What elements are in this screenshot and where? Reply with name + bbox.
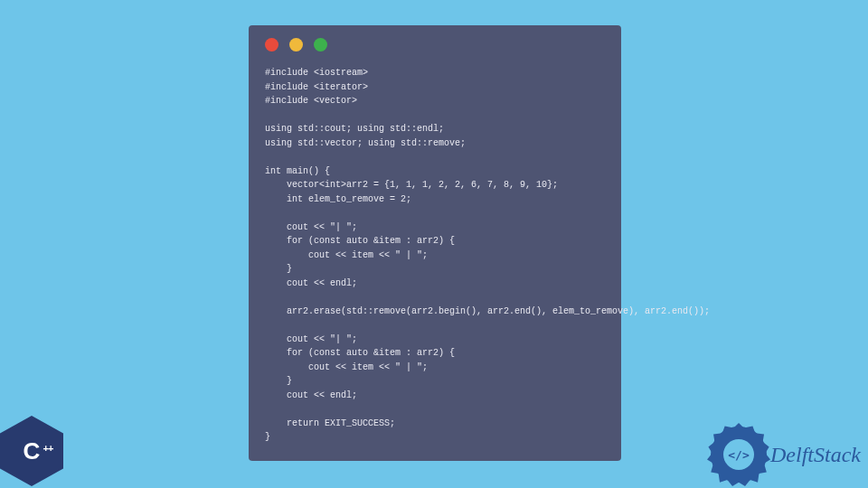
cpp-logo: C ++ bbox=[0, 416, 72, 488]
cpp-logo-plus: ++ bbox=[43, 443, 53, 454]
delftstack-icon: </> bbox=[711, 427, 767, 483]
minimize-icon bbox=[289, 38, 303, 52]
maximize-icon bbox=[314, 38, 327, 52]
close-icon bbox=[265, 38, 278, 52]
code-brackets-icon: </> bbox=[723, 439, 754, 470]
code-window: #include <iostream> #include <iterator> … bbox=[249, 25, 621, 461]
delftstack-brand-text: DelftStack bbox=[770, 443, 861, 467]
code-block: #include <iostream> #include <iterator> … bbox=[265, 66, 605, 445]
delftstack-logo: </> DelftStack bbox=[711, 427, 861, 483]
window-titlebar bbox=[265, 38, 605, 52]
cpp-logo-c: C bbox=[24, 437, 41, 465]
